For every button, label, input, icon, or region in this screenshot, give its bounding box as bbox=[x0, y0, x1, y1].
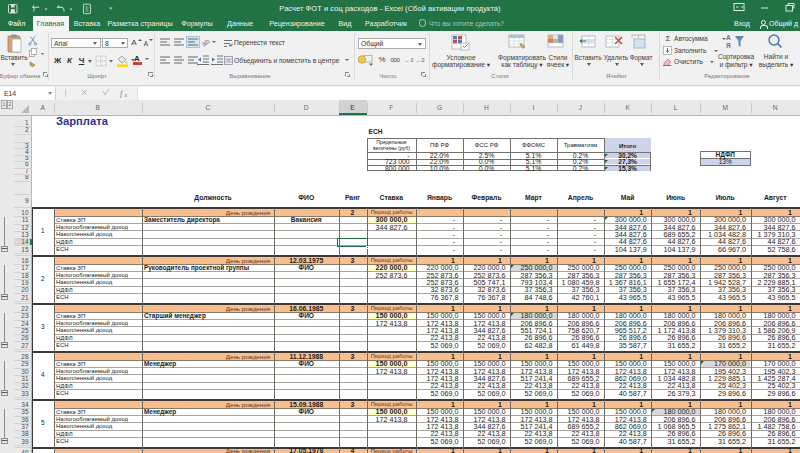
svg-text:А: А bbox=[726, 34, 731, 41]
svg-text:f: f bbox=[120, 89, 124, 98]
svg-text:Я: Я bbox=[726, 42, 731, 49]
svg-text:x: x bbox=[124, 92, 128, 98]
